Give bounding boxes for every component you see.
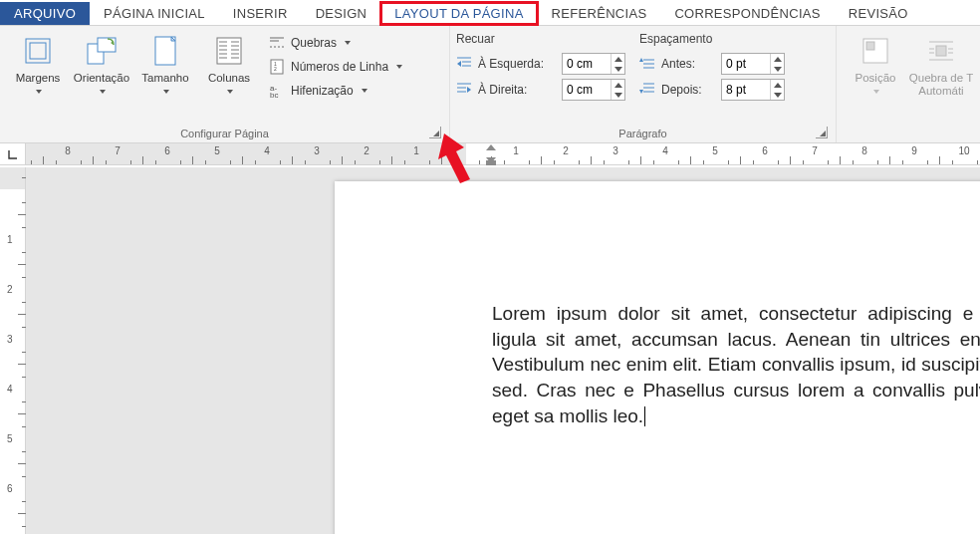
svg-marker-40 [639, 58, 643, 62]
position-icon [858, 34, 892, 68]
space-before-spinner[interactable] [721, 53, 785, 75]
position-button[interactable]: Posição [843, 30, 908, 98]
tab-references[interactable]: REFERÊNCIAS [538, 2, 661, 25]
line-numbers-button[interactable]: 12 Números de Linha [265, 58, 406, 76]
svg-marker-48 [774, 93, 782, 98]
wrap-text-button[interactable]: Quebra de T Automáti [908, 30, 974, 98]
size-button[interactable]: Tamanho [133, 30, 197, 98]
space-after-spinner[interactable] [721, 79, 785, 101]
group-paragraph-title: Parágrafo [618, 128, 666, 139]
spin-up[interactable] [771, 54, 784, 64]
svg-rect-50 [866, 42, 874, 50]
orientation-label: Orientação [74, 72, 129, 84]
tab-mailings[interactable]: CORRESPONDÊNCIAS [660, 2, 834, 25]
breaks-button[interactable]: Quebras [265, 34, 406, 52]
caret-icon [345, 41, 351, 45]
indent-right-input[interactable] [563, 80, 611, 100]
svg-marker-47 [774, 83, 782, 88]
space-before-icon [639, 56, 655, 73]
columns-icon [212, 34, 246, 68]
page-setup-launcher[interactable] [429, 127, 441, 138]
caret-icon [362, 89, 368, 93]
tab-selector[interactable] [0, 143, 26, 164]
hyphenation-button[interactable]: a-bc Hifenização [265, 82, 406, 100]
orientation-icon [85, 34, 119, 68]
body-text: Lorem ipsum dolor sit amet, consectetur … [492, 303, 980, 426]
group-paragraph: Recuar À Esquerda: [450, 26, 837, 142]
text-cursor [644, 406, 645, 426]
svg-marker-36 [614, 93, 622, 98]
svg-rect-1 [30, 43, 46, 59]
space-after-icon [639, 82, 655, 99]
margins-label: Margens [16, 72, 61, 84]
line-numbers-icon: 12 [269, 59, 285, 75]
breaks-label: Quebras [291, 36, 337, 50]
paragraph-launcher[interactable] [816, 127, 828, 138]
tab-file[interactable]: ARQUIVO [0, 2, 90, 25]
ruler-row: 8765432112345678910 [0, 143, 980, 165]
group-page-setup-title: Configurar Página [180, 128, 269, 139]
tab-page-layout[interactable]: LAYOUT DA PÁGINA [380, 2, 537, 25]
indent-heading: Recuar [456, 32, 625, 50]
caret-icon [36, 90, 42, 94]
ribbon: Margens Orientação Tamanho Colunas [0, 26, 980, 143]
indent-left-spinner[interactable] [562, 53, 625, 75]
svg-rect-51 [936, 46, 946, 56]
body-paragraph[interactable]: Lorem ipsum dolor sit amet, consectetur … [492, 301, 980, 428]
spin-up[interactable] [771, 80, 784, 90]
size-label: Tamanho [141, 72, 188, 84]
spin-up[interactable] [612, 54, 624, 64]
svg-marker-46 [639, 90, 643, 94]
indent-left-icon [456, 56, 472, 73]
space-before-label: Antes: [661, 57, 715, 71]
margins-icon [21, 34, 55, 68]
spin-down[interactable] [771, 64, 784, 74]
wrap-text-label: Quebra de T Automáti [909, 72, 973, 98]
hyphenation-label: Hifenização [291, 84, 354, 98]
tab-home[interactable]: PÁGINA INICIAL [90, 2, 219, 25]
hyphenation-icon: a-bc [269, 83, 285, 99]
position-label: Posição [856, 72, 896, 84]
caret-icon [100, 90, 106, 94]
line-numbers-label: Números de Linha [291, 60, 388, 74]
breaks-icon [269, 35, 285, 51]
svg-marker-41 [774, 57, 782, 62]
group-arrange: Posição Quebra de T Automáti [837, 26, 980, 142]
svg-marker-35 [614, 83, 622, 88]
spacing-heading: Espaçamento [639, 32, 785, 50]
svg-marker-34 [467, 87, 471, 93]
caret-icon [396, 65, 402, 69]
size-icon [148, 34, 182, 68]
spin-down[interactable] [771, 90, 784, 100]
spin-down[interactable] [612, 90, 624, 100]
space-after-input[interactable] [722, 80, 770, 100]
ribbon-tabs: ARQUIVO PÁGINA INICIAL INSERIR DESIGN LA… [0, 0, 980, 26]
workspace: 1234567 Lorem ipsum dolor sit amet, cons… [0, 167, 980, 534]
indent-right-icon [456, 82, 472, 99]
horizontal-ruler[interactable]: 8765432112345678910 [26, 143, 980, 164]
columns-button[interactable]: Colunas [197, 30, 261, 98]
space-before-input[interactable] [722, 54, 770, 74]
tab-stop-icon [8, 149, 18, 159]
margins-button[interactable]: Margens [6, 30, 70, 98]
caret-icon [163, 90, 169, 94]
svg-marker-28 [457, 61, 461, 67]
spin-up[interactable] [612, 80, 624, 90]
svg-text:bc: bc [270, 91, 278, 99]
columns-label: Colunas [208, 72, 250, 84]
vertical-ruler[interactable]: 1234567 [0, 167, 26, 534]
caret-icon [873, 90, 879, 94]
indent-right-spinner[interactable] [562, 79, 625, 101]
tab-review[interactable]: REVISÃO [835, 2, 922, 25]
svg-rect-20 [271, 60, 283, 74]
indent-left-input[interactable] [563, 54, 611, 74]
orientation-button[interactable]: Orientação [70, 30, 133, 98]
spin-down[interactable] [612, 64, 624, 74]
indent-right-label: À Direita: [478, 83, 556, 97]
tab-insert[interactable]: INSERIR [219, 2, 302, 25]
page[interactable]: Lorem ipsum dolor sit amet, consectetur … [335, 181, 980, 534]
group-page-setup: Margens Orientação Tamanho Colunas [0, 26, 450, 142]
tab-design[interactable]: DESIGN [302, 2, 381, 25]
space-after-label: Depois: [661, 83, 715, 97]
svg-marker-42 [774, 67, 782, 72]
